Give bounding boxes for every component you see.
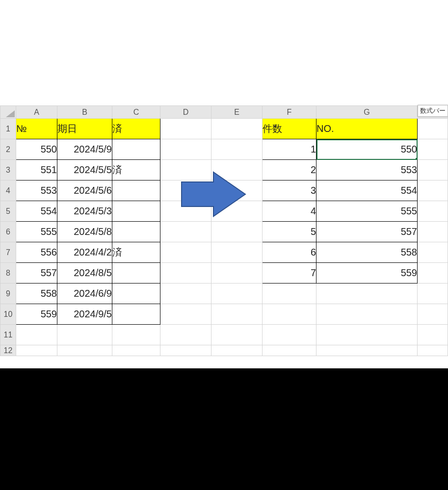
cell-C12[interactable]: [112, 345, 160, 356]
cell-B7[interactable]: 2024/4/2: [57, 242, 112, 263]
cell-F5[interactable]: 4: [263, 201, 316, 222]
row-header[interactable]: 1: [0, 119, 16, 139]
cell-C5[interactable]: [112, 201, 160, 222]
row-header[interactable]: 2: [0, 139, 16, 160]
cell-C8[interactable]: [112, 263, 160, 284]
row-header[interactable]: 10: [0, 304, 16, 325]
cell-H10[interactable]: [418, 304, 448, 325]
row-header[interactable]: 4: [0, 181, 16, 201]
cell-G12[interactable]: [316, 345, 418, 356]
cell-G3[interactable]: 553: [316, 160, 418, 181]
cell-F7[interactable]: 6: [263, 242, 316, 263]
cell-F10[interactable]: [263, 304, 316, 325]
cell-A7[interactable]: 556: [16, 242, 57, 263]
cell-E11[interactable]: [211, 325, 263, 345]
cell-B11[interactable]: [57, 325, 112, 345]
cell-H2[interactable]: [418, 139, 448, 160]
cell-E2[interactable]: [211, 139, 263, 160]
cell-E1[interactable]: [211, 119, 263, 139]
cell-E3[interactable]: [211, 160, 263, 181]
cell-G2-active[interactable]: 550: [316, 139, 418, 160]
row-header[interactable]: 5: [0, 201, 16, 222]
cell-H8[interactable]: [418, 263, 448, 284]
cell-D7[interactable]: [160, 242, 211, 263]
cell-D8[interactable]: [160, 263, 211, 284]
cell-B1[interactable]: 期日: [57, 119, 112, 139]
cell-A4[interactable]: 553: [16, 181, 57, 201]
cell-D10[interactable]: [160, 304, 211, 325]
cell-G10[interactable]: [316, 304, 418, 325]
cell-C2[interactable]: [112, 139, 160, 160]
cell-B2[interactable]: 2024/5/9: [57, 139, 112, 160]
cell-G9[interactable]: [316, 284, 418, 304]
cell-H9[interactable]: [418, 284, 448, 304]
cell-A6[interactable]: 555: [16, 222, 57, 242]
cell-C6[interactable]: [112, 222, 160, 242]
cell-G7[interactable]: 558: [316, 242, 418, 263]
row-header[interactable]: 8: [0, 263, 16, 284]
cell-A2[interactable]: 550: [16, 139, 57, 160]
row-header[interactable]: 12: [0, 345, 16, 356]
cell-D3[interactable]: [160, 160, 211, 181]
cell-F1[interactable]: 件数: [263, 119, 316, 139]
cell-A12[interactable]: [16, 345, 57, 356]
cell-G5[interactable]: 555: [316, 201, 418, 222]
col-header-E[interactable]: E: [211, 106, 263, 119]
spreadsheet-area[interactable]: A B C D E F G 1 № 期日 済 件数 NO. 2 550 2024…: [0, 105, 448, 368]
row-header[interactable]: 7: [0, 242, 16, 263]
cell-F11[interactable]: [263, 325, 316, 345]
cell-E4[interactable]: [211, 181, 263, 201]
cell-H7[interactable]: [418, 242, 448, 263]
cell-A1[interactable]: №: [16, 119, 57, 139]
cell-G8[interactable]: 559: [316, 263, 418, 284]
col-header-A[interactable]: A: [16, 106, 57, 119]
cell-A9[interactable]: 558: [16, 284, 57, 304]
cell-A11[interactable]: [16, 325, 57, 345]
cell-F12[interactable]: [263, 345, 316, 356]
cell-H12[interactable]: [418, 345, 448, 356]
cell-B9[interactable]: 2024/6/9: [57, 284, 112, 304]
cell-H6[interactable]: [418, 222, 448, 242]
cell-F4[interactable]: 3: [263, 181, 316, 201]
cell-B12[interactable]: [57, 345, 112, 356]
cell-H11[interactable]: [418, 325, 448, 345]
cell-D6[interactable]: [160, 222, 211, 242]
cell-A3[interactable]: 551: [16, 160, 57, 181]
cell-C7[interactable]: 済: [112, 242, 160, 263]
cell-B3[interactable]: 2024/5/5: [57, 160, 112, 181]
col-header-G[interactable]: G: [316, 106, 418, 119]
cell-F6[interactable]: 5: [263, 222, 316, 242]
cell-C3[interactable]: 済: [112, 160, 160, 181]
cell-B5[interactable]: 2024/5/3: [57, 201, 112, 222]
cell-E7[interactable]: [211, 242, 263, 263]
cell-A5[interactable]: 554: [16, 201, 57, 222]
cell-F3[interactable]: 2: [263, 160, 316, 181]
cell-C10[interactable]: [112, 304, 160, 325]
cell-B6[interactable]: 2024/5/8: [57, 222, 112, 242]
col-header-F[interactable]: F: [263, 106, 316, 119]
row-header[interactable]: 11: [0, 325, 16, 345]
cell-G1[interactable]: NO.: [316, 119, 418, 139]
cell-G6[interactable]: 557: [316, 222, 418, 242]
cell-G4[interactable]: 554: [316, 181, 418, 201]
cell-D4[interactable]: [160, 181, 211, 201]
cell-H1[interactable]: [418, 119, 448, 139]
cell-E6[interactable]: [211, 222, 263, 242]
cell-B8[interactable]: 2024/8/5: [57, 263, 112, 284]
cell-D11[interactable]: [160, 325, 211, 345]
row-header[interactable]: 3: [0, 160, 16, 181]
cell-C9[interactable]: [112, 284, 160, 304]
cell-E10[interactable]: [211, 304, 263, 325]
cell-G11[interactable]: [316, 325, 418, 345]
cell-A8[interactable]: 557: [16, 263, 57, 284]
cell-D5[interactable]: [160, 201, 211, 222]
cell-F8[interactable]: 7: [263, 263, 316, 284]
cell-D12[interactable]: [160, 345, 211, 356]
cell-F2[interactable]: 1: [263, 139, 316, 160]
cell-B10[interactable]: 2024/9/5: [57, 304, 112, 325]
cell-H5[interactable]: [418, 201, 448, 222]
cell-C4[interactable]: [112, 181, 160, 201]
col-header-D[interactable]: D: [160, 106, 211, 119]
cell-E9[interactable]: [211, 284, 263, 304]
cell-D9[interactable]: [160, 284, 211, 304]
